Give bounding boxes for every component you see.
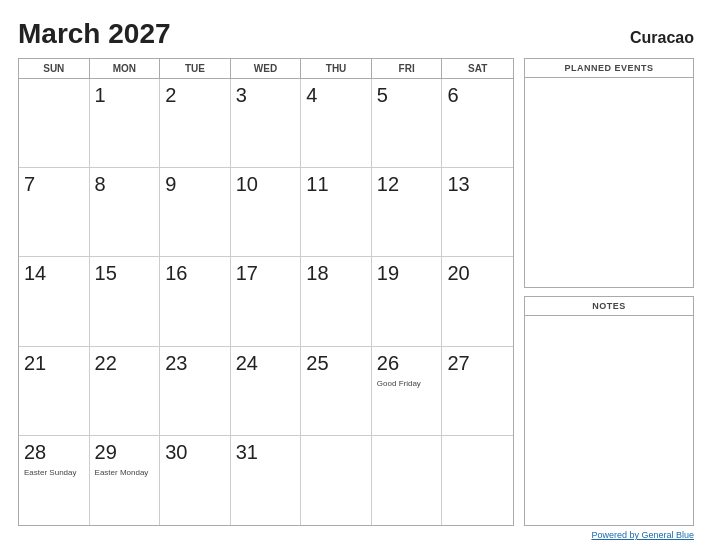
sidebar: PLANNED EVENTS NOTES	[524, 58, 694, 526]
cal-cell-23: 23	[160, 347, 231, 436]
cal-cell-15: 15	[90, 257, 161, 346]
cal-event-26: Good Friday	[377, 379, 421, 389]
header: March 2027 Curacao	[18, 18, 694, 50]
cal-date-20: 20	[447, 261, 469, 285]
day-header-mon: MON	[90, 59, 161, 78]
cal-date-11: 11	[306, 172, 328, 196]
cal-date-19: 19	[377, 261, 399, 285]
cal-cell-17: 17	[231, 257, 302, 346]
cal-date-18: 18	[306, 261, 328, 285]
day-header-thu: THU	[301, 59, 372, 78]
cal-date-6: 6	[447, 83, 458, 107]
cal-cell-30: 30	[160, 436, 231, 525]
cal-cell-empty	[372, 436, 443, 525]
cal-cell-31: 31	[231, 436, 302, 525]
cal-cell-4: 4	[301, 79, 372, 168]
cal-cell-28: 28Easter Sunday	[19, 436, 90, 525]
footer: Powered by General Blue	[18, 526, 694, 540]
cal-cell-1: 1	[90, 79, 161, 168]
planned-events-title: PLANNED EVENTS	[525, 59, 693, 78]
cal-cell-8: 8	[90, 168, 161, 257]
cal-cell-22: 22	[90, 347, 161, 436]
cal-cell-3: 3	[231, 79, 302, 168]
day-headers: SUNMONTUEWEDTHUFRISAT	[19, 59, 513, 79]
cal-cell-27: 27	[442, 347, 513, 436]
calendar-page: March 2027 Curacao SUNMONTUEWEDTHUFRISAT…	[0, 0, 712, 550]
cal-date-1: 1	[95, 83, 106, 107]
day-header-sun: SUN	[19, 59, 90, 78]
cal-date-31: 31	[236, 440, 258, 464]
cal-cell-10: 10	[231, 168, 302, 257]
cal-date-3: 3	[236, 83, 247, 107]
day-header-sat: SAT	[442, 59, 513, 78]
cal-event-29: Easter Monday	[95, 468, 149, 478]
cal-cell-7: 7	[19, 168, 90, 257]
cal-date-25: 25	[306, 351, 328, 375]
notes-title: NOTES	[525, 297, 693, 316]
cal-date-2: 2	[165, 83, 176, 107]
cal-cell-14: 14	[19, 257, 90, 346]
cal-cell-5: 5	[372, 79, 443, 168]
day-header-wed: WED	[231, 59, 302, 78]
main-area: SUNMONTUEWEDTHUFRISAT 123456789101112131…	[18, 58, 694, 526]
powered-by-link[interactable]: Powered by General Blue	[591, 530, 694, 540]
cal-cell-29: 29Easter Monday	[90, 436, 161, 525]
cal-cell-21: 21	[19, 347, 90, 436]
cal-date-12: 12	[377, 172, 399, 196]
day-header-tue: TUE	[160, 59, 231, 78]
cal-date-22: 22	[95, 351, 117, 375]
cal-cell-9: 9	[160, 168, 231, 257]
notes-box: NOTES	[524, 296, 694, 526]
cal-date-27: 27	[447, 351, 469, 375]
cal-date-28: 28	[24, 440, 46, 464]
day-header-fri: FRI	[372, 59, 443, 78]
country-label: Curacao	[630, 29, 694, 47]
cal-date-21: 21	[24, 351, 46, 375]
cal-cell-6: 6	[442, 79, 513, 168]
cal-date-9: 9	[165, 172, 176, 196]
cal-cell-24: 24	[231, 347, 302, 436]
cal-date-16: 16	[165, 261, 187, 285]
cal-cell-2: 2	[160, 79, 231, 168]
cal-cell-11: 11	[301, 168, 372, 257]
cal-cell-26: 26Good Friday	[372, 347, 443, 436]
cal-date-4: 4	[306, 83, 317, 107]
cal-cell-empty	[19, 79, 90, 168]
cal-date-7: 7	[24, 172, 35, 196]
cal-date-24: 24	[236, 351, 258, 375]
notes-content	[525, 316, 693, 525]
cal-cell-20: 20	[442, 257, 513, 346]
cal-date-15: 15	[95, 261, 117, 285]
calendar: SUNMONTUEWEDTHUFRISAT 123456789101112131…	[18, 58, 514, 526]
cal-date-23: 23	[165, 351, 187, 375]
cal-date-8: 8	[95, 172, 106, 196]
calendar-grid: 1234567891011121314151617181920212223242…	[19, 79, 513, 525]
cal-cell-13: 13	[442, 168, 513, 257]
cal-cell-16: 16	[160, 257, 231, 346]
cal-cell-25: 25	[301, 347, 372, 436]
cal-date-10: 10	[236, 172, 258, 196]
cal-date-30: 30	[165, 440, 187, 464]
planned-events-content	[525, 78, 693, 287]
cal-cell-empty	[301, 436, 372, 525]
cal-date-14: 14	[24, 261, 46, 285]
month-title: March 2027	[18, 18, 171, 50]
cal-date-5: 5	[377, 83, 388, 107]
cal-date-13: 13	[447, 172, 469, 196]
cal-date-29: 29	[95, 440, 117, 464]
cal-cell-empty	[442, 436, 513, 525]
cal-cell-19: 19	[372, 257, 443, 346]
cal-date-17: 17	[236, 261, 258, 285]
cal-event-28: Easter Sunday	[24, 468, 76, 478]
cal-date-26: 26	[377, 351, 399, 375]
cal-cell-12: 12	[372, 168, 443, 257]
cal-cell-18: 18	[301, 257, 372, 346]
planned-events-box: PLANNED EVENTS	[524, 58, 694, 288]
